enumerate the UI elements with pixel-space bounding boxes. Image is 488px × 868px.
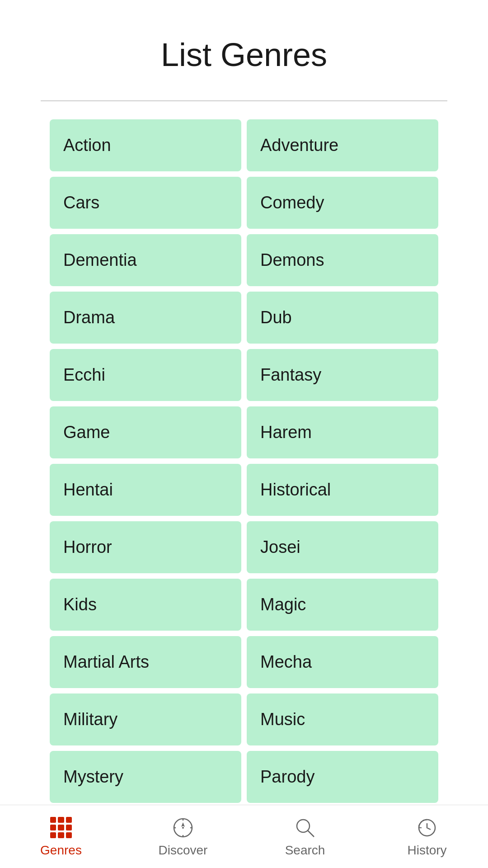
genres-nav-label: Genres [40, 843, 82, 858]
genres-grid: ActionAdventureCarsComedyDementiaDemonsD… [0, 119, 488, 868]
genre-item-adventure[interactable]: Adventure [247, 119, 438, 171]
divider [41, 100, 447, 101]
nav-item-search[interactable]: Search [244, 816, 366, 858]
svg-line-8 [308, 830, 314, 837]
svg-marker-6 [181, 822, 185, 827]
page-title: List Genres [18, 36, 470, 73]
genre-item-hentai[interactable]: Hentai [50, 464, 241, 516]
genres-icon [49, 816, 73, 840]
genre-item-martial-arts[interactable]: Martial Arts [50, 636, 241, 688]
genre-item-drama[interactable]: Drama [50, 292, 241, 344]
genre-item-ecchi[interactable]: Ecchi [50, 349, 241, 401]
genre-item-comedy[interactable]: Comedy [247, 177, 438, 229]
genre-item-josei[interactable]: Josei [247, 521, 438, 573]
genre-item-military[interactable]: Military [50, 693, 241, 745]
genre-item-action[interactable]: Action [50, 119, 241, 171]
genre-item-demons[interactable]: Demons [247, 234, 438, 286]
bottom-nav: Genres Discover Search [0, 805, 488, 868]
discover-icon [171, 816, 195, 840]
page-header: List Genres [0, 0, 488, 91]
page-container: List Genres ActionAdventureCarsComedyDem… [0, 0, 488, 868]
svg-point-7 [297, 820, 310, 832]
genre-item-fantasy[interactable]: Fantasy [247, 349, 438, 401]
genre-item-harem[interactable]: Harem [247, 406, 438, 458]
genre-item-game[interactable]: Game [50, 406, 241, 458]
genre-item-dementia[interactable]: Dementia [50, 234, 241, 286]
discover-nav-label: Discover [159, 843, 208, 858]
genre-item-mecha[interactable]: Mecha [247, 636, 438, 688]
nav-item-discover[interactable]: Discover [122, 816, 244, 858]
genre-item-dub[interactable]: Dub [247, 292, 438, 344]
nav-item-history[interactable]: History [366, 816, 488, 858]
history-nav-label: History [407, 843, 446, 858]
genre-item-cars[interactable]: Cars [50, 177, 241, 229]
genre-item-horror[interactable]: Horror [50, 521, 241, 573]
genre-item-mystery[interactable]: Mystery [50, 751, 241, 803]
search-icon [293, 816, 317, 840]
genre-item-parody[interactable]: Parody [247, 751, 438, 803]
genre-item-music[interactable]: Music [247, 693, 438, 745]
nav-item-genres[interactable]: Genres [0, 816, 122, 858]
history-icon [415, 816, 439, 840]
svg-point-1 [182, 827, 184, 829]
genre-item-historical[interactable]: Historical [247, 464, 438, 516]
genre-item-kids[interactable]: Kids [50, 579, 241, 631]
genre-item-magic[interactable]: Magic [247, 579, 438, 631]
search-nav-label: Search [285, 843, 325, 858]
